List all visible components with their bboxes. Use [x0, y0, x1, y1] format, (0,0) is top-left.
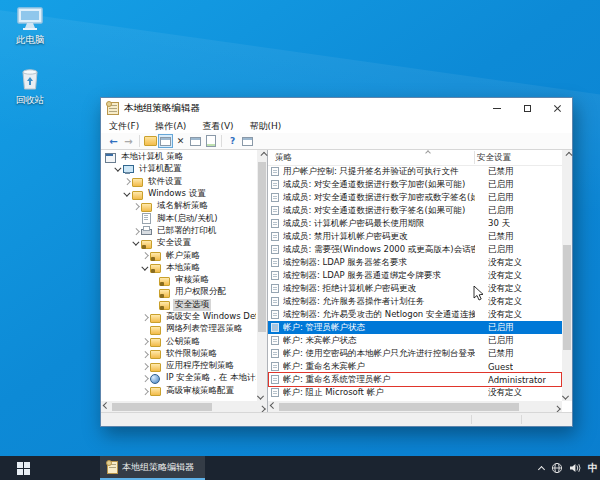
minimize-button[interactable]: [482, 98, 512, 119]
scroll-down-icon[interactable]: [562, 391, 572, 401]
policy-row-selected[interactable]: 帐户: 管理员帐户状态 已启用: [268, 321, 562, 334]
tree-item-computer-configuration[interactable]: 计算机配置: [102, 163, 256, 175]
close-button[interactable]: [542, 98, 572, 119]
forward-icon[interactable]: →: [121, 134, 136, 148]
chevron-down-icon[interactable]: [131, 237, 141, 249]
tree-item-label-selected: 安全选项: [173, 299, 211, 311]
policy-row[interactable]: 域控制器: LDAP 服务器签名要求 没有定义: [268, 256, 562, 269]
policy-row[interactable]: 域控制器: 拒绝计算机帐户密码更改 没有定义: [268, 282, 562, 295]
tree-item-account-policies[interactable]: 帐户策略: [102, 249, 256, 261]
policy-row[interactable]: 帐户: 使用空密码的本地帐户只允许进行控制台登录 已禁用: [268, 347, 562, 360]
lock-folder-icon: [150, 262, 161, 273]
desktop-icon-recycle-bin[interactable]: 回收站: [4, 64, 56, 107]
tree-item-advanced-audit-policy[interactable]: 高级审核策略配置: [102, 385, 256, 397]
policy-row[interactable]: 域成员: 对安全通道数据进行数字加密或数字签名(始终) 已启用: [268, 191, 562, 204]
chevron-up-icon[interactable]: [538, 465, 545, 472]
policy-row[interactable]: 帐户: 来宾帐户状态 已启用: [268, 334, 562, 347]
scroll-thumb[interactable]: [279, 403, 519, 411]
policy-row[interactable]: 用户帐户控制: 只提升签名并验证的可执行文件 已禁用: [268, 165, 562, 178]
tree-item-name-resolution-policy[interactable]: 域名解析策略: [102, 200, 256, 212]
policy-name: 域成员: 计算机帐户密码最长使用期限: [283, 218, 475, 230]
volume-icon[interactable]: [569, 462, 582, 474]
chevron-right-icon[interactable]: [140, 385, 150, 397]
chevron-right-icon[interactable]: [140, 250, 150, 262]
tree-item-deployed-printers[interactable]: 已部署的打印机: [102, 225, 256, 237]
tree-item-public-key-policies[interactable]: 公钥策略: [102, 335, 256, 347]
policy-row[interactable]: 帐户: 重命名来宾帐户 Guest: [268, 360, 562, 373]
policy-row[interactable]: 帐户: 阻止 Microsoft 帐户 没有定义: [268, 386, 562, 399]
policy-doc-icon: [271, 388, 279, 397]
chevron-right-icon[interactable]: [140, 372, 150, 384]
tree-item-windows-settings[interactable]: Windows 设置: [102, 188, 256, 200]
tree-item-software-settings[interactable]: 软件设置: [102, 176, 256, 188]
chevron-right-icon[interactable]: [140, 360, 150, 372]
menu-help[interactable]: 帮助(H): [242, 120, 290, 133]
scroll-down-icon[interactable]: [257, 391, 267, 401]
tree-item-local-policies[interactable]: 本地策略: [102, 262, 256, 274]
menu-view[interactable]: 查看(V): [194, 120, 241, 133]
chevron-right-icon[interactable]: [131, 225, 141, 237]
properties-icon[interactable]: [188, 134, 203, 148]
chevron-right-icon[interactable]: [140, 311, 150, 323]
start-button[interactable]: [0, 456, 46, 480]
column-header-setting[interactable]: 安全设置: [477, 152, 511, 164]
chevron-right-icon[interactable]: [122, 176, 132, 188]
up-folder-icon[interactable]: [143, 134, 158, 148]
show-action-pane-icon[interactable]: [240, 134, 255, 148]
menu-action[interactable]: 操作(A): [147, 120, 194, 133]
policy-row[interactable]: 域控制器: LDAP 服务器通道绑定令牌要求 没有定义: [268, 269, 562, 282]
policy-row[interactable]: 域成员: 禁用计算机帐户密码更改 已禁用: [268, 230, 562, 243]
back-icon[interactable]: ←: [106, 134, 121, 148]
tree-item-software-restriction-policies[interactable]: 软件限制策略: [102, 348, 256, 360]
tree-item-security-settings[interactable]: 安全设置: [102, 237, 256, 249]
tree-vertical-scrollbar[interactable]: [257, 150, 267, 401]
tree-item-security-options[interactable]: 安全选项: [102, 299, 256, 311]
column-divider[interactable]: [474, 151, 475, 164]
chevron-down-icon[interactable]: [140, 262, 150, 274]
policy-row[interactable]: 域控制器: 允许服务器操作者计划任务 没有定义: [268, 295, 562, 308]
help-icon[interactable]: ?: [225, 134, 240, 148]
tree-item-user-rights-assignment[interactable]: 用户权限分配: [102, 286, 256, 298]
scroll-up-icon[interactable]: [257, 150, 267, 160]
tree-item-local-computer-policy[interactable]: 本地计算机 策略: [102, 151, 256, 163]
scroll-up-icon[interactable]: [562, 150, 572, 160]
scroll-right-icon[interactable]: [257, 402, 267, 412]
taskbar-app-gpedit[interactable]: 本地组策略编辑器: [100, 456, 205, 480]
show-console-tree-icon[interactable]: [158, 134, 173, 148]
chevron-right-icon[interactable]: [140, 348, 150, 360]
scroll-thumb[interactable]: [258, 162, 266, 332]
chevron-down-icon[interactable]: [113, 163, 123, 175]
scroll-right-icon[interactable]: [552, 402, 562, 412]
tree-item-audit-policy[interactable]: 审核策略: [102, 274, 256, 286]
column-header-policy[interactable]: 策略: [275, 152, 292, 164]
tree-item-application-control-policies[interactable]: 应用程序控制策略: [102, 360, 256, 372]
policy-row[interactable]: 域成员: 需要强(Windows 2000 或更高版本)会话密钥 已启用: [268, 243, 562, 256]
desktop-icon-this-pc[interactable]: 此电脑: [4, 6, 56, 47]
console-tree-pane: 本地计算机 策略 计算机配置 软件设置: [101, 150, 268, 413]
scroll-left-icon[interactable]: [101, 402, 111, 412]
scroll-thumb[interactable]: [112, 403, 212, 411]
delete-icon[interactable]: ✕: [173, 134, 188, 148]
policy-row[interactable]: 域控制器: 允许易受攻击的 Netlogon 安全通道连接 没有定义: [268, 308, 562, 321]
tree-item-windows-defender-firewall[interactable]: 高级安全 Windows Defender 防火墙: [102, 311, 256, 323]
chevron-right-icon[interactable]: [131, 200, 141, 212]
policy-row-outlined[interactable]: 帐户: 重命名系统管理员帐户 Administrator: [268, 373, 562, 386]
policy-row[interactable]: 域成员: 对安全通道数据进行数字加密(如果可能) 已启用: [268, 178, 562, 191]
chevron-right-icon[interactable]: [140, 336, 150, 348]
tree-item-network-list-manager[interactable]: 网络列表管理器策略: [102, 323, 256, 335]
maximize-button[interactable]: [512, 98, 542, 119]
export-list-icon[interactable]: [203, 134, 218, 148]
scroll-left-icon[interactable]: [268, 402, 278, 412]
menu-file[interactable]: 文件(F): [101, 120, 147, 133]
policy-row[interactable]: 域成员: 计算机帐户密码最长使用期限 30 天: [268, 217, 562, 230]
list-vertical-scrollbar[interactable]: [562, 150, 572, 401]
chevron-down-icon[interactable]: [122, 188, 132, 200]
input-method-indicator[interactable]: 中: [588, 461, 598, 475]
title-bar[interactable]: 本地组策略编辑器: [101, 98, 572, 119]
tree-item-scripts[interactable]: 脚本(启动/关机): [102, 212, 256, 224]
scroll-thumb[interactable]: [563, 245, 571, 350]
tree-item-label: 审核策略: [173, 274, 211, 286]
tree-item-ip-security-policies[interactable]: IP 安全策略，在 本地计算机: [102, 372, 256, 384]
network-icon[interactable]: [551, 462, 563, 474]
policy-row[interactable]: 域成员: 对安全通道数据进行数字签名(如果可能) 已启用: [268, 204, 562, 217]
